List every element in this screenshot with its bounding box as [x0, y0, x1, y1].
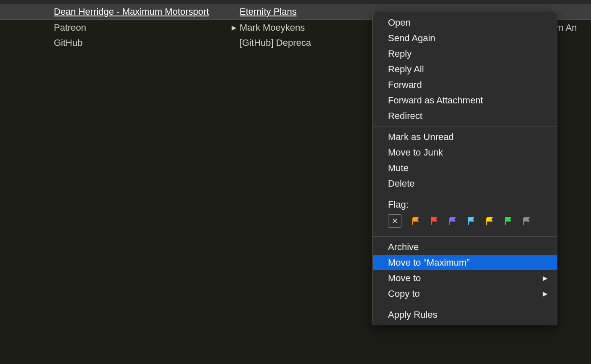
flag-purple-icon[interactable]: [449, 217, 457, 225]
flag-orange-icon[interactable]: [412, 217, 420, 225]
menu-redirect[interactable]: Redirect: [373, 108, 557, 124]
flag-section: Flag: ✕: [373, 197, 557, 234]
menu-separator: [373, 126, 557, 127]
menu-send-again[interactable]: Send Again: [373, 30, 557, 46]
flag-red-icon[interactable]: [430, 217, 438, 225]
menu-label: Reply: [388, 48, 412, 59]
message-sender: GitHub: [0, 37, 231, 48]
flag-row: ✕: [388, 214, 548, 228]
flag-clear-button[interactable]: ✕: [388, 214, 401, 228]
menu-reply[interactable]: Reply: [373, 46, 557, 61]
thread-chevron-icon[interactable]: ▶: [231, 24, 237, 32]
menu-separator: [373, 304, 557, 304]
menu-label: Apply Rules: [388, 309, 437, 320]
menu-archive[interactable]: Archive: [373, 239, 557, 255]
menu-label: Open: [388, 17, 411, 28]
menu-label: Move to “Maximum”: [388, 257, 470, 268]
menu-label: Send Again: [388, 33, 435, 44]
menu-mute[interactable]: Mute: [373, 160, 557, 176]
menu-label: Mute: [388, 163, 409, 174]
menu-label: Mark as Unread: [388, 132, 454, 142]
message-subject: Eternity Plans: [240, 6, 297, 17]
menu-label: Copy to: [388, 288, 420, 299]
menu-label: Redirect: [388, 111, 422, 121]
menu-forward[interactable]: Forward: [373, 77, 557, 92]
context-menu: Open Send Again Reply Reply All Forward …: [372, 12, 557, 325]
menu-mark-as-unread[interactable]: Mark as Unread: [373, 129, 557, 145]
menu-move-to-maximum[interactable]: Move to “Maximum”: [373, 255, 557, 270]
menu-label: Move to Junk: [388, 147, 443, 158]
message-subject: Mark Moeykens: [240, 22, 305, 33]
menu-label: Forward: [388, 79, 422, 90]
menu-delete[interactable]: Delete: [373, 176, 557, 191]
close-icon: ✕: [392, 217, 398, 225]
menu-reply-all[interactable]: Reply All: [373, 61, 557, 77]
menu-separator: [373, 236, 557, 237]
menu-label: Archive: [388, 242, 419, 253]
submenu-arrow-icon: ▶: [543, 274, 548, 282]
flag-green-icon[interactable]: [504, 217, 512, 225]
message-sender: Patreon: [0, 22, 231, 33]
menu-separator: [373, 194, 557, 194]
message-sender: Dean Herridge - Maximum Motorsport: [0, 6, 231, 17]
menu-label: Delete: [388, 178, 415, 189]
message-subject: [GitHub] Depreca: [240, 37, 311, 48]
menu-move-to[interactable]: Move to ▶: [373, 270, 557, 286]
flag-label: Flag:: [388, 199, 548, 210]
menu-copy-to[interactable]: Copy to ▶: [373, 286, 557, 301]
menu-label: Reply All: [388, 64, 424, 75]
menu-move-to-junk[interactable]: Move to Junk: [373, 145, 557, 160]
flag-gray-icon[interactable]: [522, 217, 531, 225]
menu-apply-rules[interactable]: Apply Rules: [373, 307, 557, 322]
menu-label: Forward as Attachment: [388, 95, 483, 106]
submenu-arrow-icon: ▶: [543, 290, 548, 298]
flag-blue-icon[interactable]: [467, 217, 475, 225]
menu-forward-as-attachment[interactable]: Forward as Attachment: [373, 92, 557, 108]
flag-yellow-icon[interactable]: [485, 217, 494, 225]
menu-label: Move to: [388, 273, 421, 284]
menu-open[interactable]: Open: [373, 15, 557, 30]
